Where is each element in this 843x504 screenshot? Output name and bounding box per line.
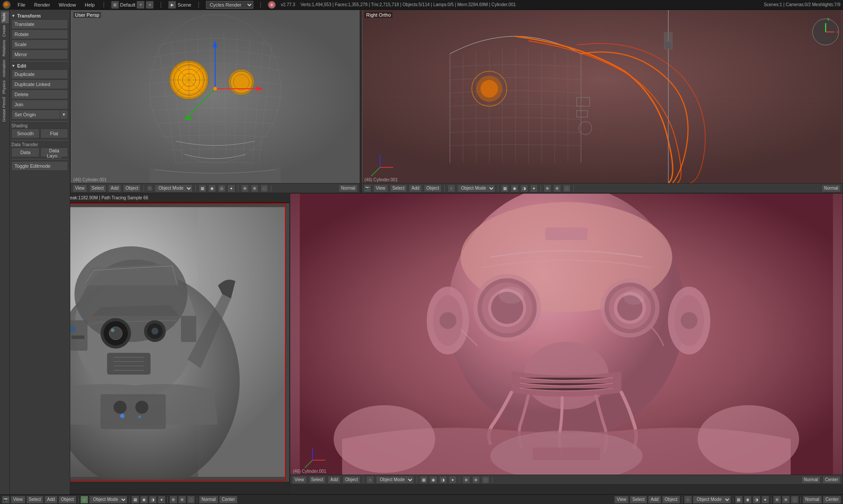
vp-tr-prop-icon[interactable]: ◌ xyxy=(563,184,571,192)
status-r-icon-2[interactable]: ◉ xyxy=(744,496,752,504)
vp-br-normal[interactable]: Normal xyxy=(801,476,821,484)
status-snap[interactable]: ⊗ xyxy=(178,496,186,504)
vp-br-view[interactable]: View xyxy=(292,476,307,484)
status-r-icon-3[interactable]: ◑ xyxy=(753,496,760,504)
status-r-mode-icon[interactable]: ○ xyxy=(684,496,692,504)
vp-br-object[interactable]: Object xyxy=(342,476,360,484)
tab-animation[interactable]: Animation xyxy=(1,58,9,79)
flat-button[interactable]: Flat xyxy=(40,129,68,138)
vp-tr-material-icon[interactable]: ◑ xyxy=(520,184,528,192)
viewport-solid-icon[interactable]: ◉ xyxy=(208,184,216,192)
status-r-icon-4[interactable]: ● xyxy=(761,496,769,504)
menu-render[interactable]: Render xyxy=(32,2,52,7)
viewport-shading-icon[interactable]: ▦ xyxy=(198,184,206,192)
status-prop-edit[interactable]: ◌ xyxy=(187,496,195,504)
duplicate-linked-button[interactable]: Duplicate Linked xyxy=(11,79,68,89)
menu-help[interactable]: Help xyxy=(83,2,97,7)
status-object[interactable]: Object xyxy=(58,496,76,504)
vp-tr-rendered-icon[interactable]: ● xyxy=(530,184,538,192)
vp-tr-object[interactable]: Object xyxy=(424,184,442,192)
vp-br-pivot[interactable]: ⊕ xyxy=(462,476,470,484)
data-layo-button[interactable]: Data Layo... xyxy=(40,148,68,157)
viewport-rendered-icon[interactable]: ● xyxy=(227,184,235,192)
status-r-add[interactable]: Add xyxy=(648,496,661,504)
status-r-view[interactable]: View xyxy=(614,496,629,504)
vp-tr-add[interactable]: Add xyxy=(409,184,422,192)
vp-tr-select[interactable]: Select xyxy=(390,184,407,192)
status-r-icon-1[interactable]: ▦ xyxy=(735,496,743,504)
vp-tr-cam-icon[interactable]: 📷 xyxy=(364,184,371,192)
translate-button[interactable]: Translate xyxy=(11,19,68,29)
status-add[interactable]: Add xyxy=(44,496,58,504)
vp-tl-select[interactable]: Select xyxy=(89,184,107,192)
vp-br-shade-2[interactable]: ◉ xyxy=(429,476,437,484)
vp-tr-view[interactable]: View xyxy=(373,184,388,192)
smooth-button[interactable]: Smooth xyxy=(11,129,40,138)
vp-br-center[interactable]: Center xyxy=(822,476,841,484)
data-button[interactable]: Data xyxy=(11,148,40,157)
status-r-mode-select[interactable]: Object Mode xyxy=(693,496,731,504)
vp-tr-pivot-icon[interactable]: ⊕ xyxy=(544,184,551,192)
vp-br-mode-icon[interactable]: ○ xyxy=(366,476,374,484)
layout-icon[interactable]: ⊞ xyxy=(111,1,119,9)
status-view[interactable]: View xyxy=(11,496,25,504)
viewport-right-ortho[interactable]: Right Ortho xyxy=(361,10,843,193)
scene-icon[interactable]: ▶ xyxy=(168,1,176,9)
edit-section-header[interactable]: ▼ Edit xyxy=(11,63,68,68)
vp-br-prop[interactable]: ◌ xyxy=(482,476,490,484)
status-cam-icon[interactable]: 📷 xyxy=(2,496,10,504)
status-r-snap[interactable]: ⊗ xyxy=(782,496,790,504)
snapping-icon[interactable]: ⊗ xyxy=(251,184,259,192)
rotate-button[interactable]: Rotate xyxy=(11,29,68,39)
vp-br-shade-4[interactable]: ● xyxy=(449,476,457,484)
status-icon-3[interactable]: ◑ xyxy=(149,496,157,504)
proportional-icon[interactable]: ◌ xyxy=(260,184,268,192)
join-button[interactable]: Join xyxy=(11,100,68,109)
status-r-object[interactable]: Object xyxy=(662,496,680,504)
status-pivot[interactable]: ⊕ xyxy=(169,496,177,504)
vp-tr-normal[interactable]: Normal xyxy=(821,184,841,192)
delete-button[interactable]: Delete xyxy=(11,90,68,99)
status-normal[interactable]: Normal xyxy=(199,496,218,504)
transform-section-header[interactable]: ▼ Transform xyxy=(11,13,68,18)
vp-br-shade-1[interactable]: ▦ xyxy=(420,476,428,484)
status-icon-4[interactable]: ● xyxy=(158,496,166,504)
scale-button[interactable]: Scale xyxy=(11,40,68,49)
tab-physics[interactable]: Physics xyxy=(1,79,9,95)
status-mode-icon[interactable]: ○ xyxy=(80,496,88,504)
menu-file[interactable]: File xyxy=(16,2,27,7)
render-engine-select[interactable]: Cycles Render Blender Render Blender Gam… xyxy=(206,1,253,9)
status-r-pivot[interactable]: ⊕ xyxy=(773,496,781,504)
tab-grease-pencil[interactable]: Grease Pencil xyxy=(1,96,9,123)
vp-br-mode-select[interactable]: Object Mode Edit Mode Sculpt Mode xyxy=(376,476,414,484)
menu-window[interactable]: Window xyxy=(57,2,78,7)
pivot-icon[interactable]: ⊕ xyxy=(241,184,249,192)
layout-add-icon[interactable]: + xyxy=(137,1,144,9)
viewport-wire-icon[interactable]: ◎ xyxy=(218,184,226,192)
duplicate-button[interactable]: Duplicate xyxy=(11,69,68,79)
tab-tools[interactable]: Tools xyxy=(1,11,9,23)
viewport-sculpt[interactable]: (46) Cylinder.001 View Select Add Object… xyxy=(290,193,843,485)
status-r-prop[interactable]: ◌ xyxy=(791,496,799,504)
object-mode-icon[interactable]: ○ xyxy=(147,185,153,191)
tab-create[interactable]: Create xyxy=(1,24,9,38)
mirror-button[interactable]: Mirror xyxy=(11,50,68,59)
vp-br-shade-3[interactable]: ◑ xyxy=(439,476,447,484)
toggle-editmode-button[interactable]: Toggle Editmode xyxy=(11,161,68,171)
vp-br-add[interactable]: Add xyxy=(328,476,341,484)
vp-tl-add[interactable]: Add xyxy=(108,184,121,192)
layout-remove-icon[interactable]: × xyxy=(146,1,154,9)
tab-relations[interactable]: Relations xyxy=(1,39,9,58)
status-r-center[interactable]: Center xyxy=(823,496,841,504)
vp-tl-view[interactable]: View xyxy=(72,184,87,192)
vp-br-select[interactable]: Select xyxy=(309,476,326,484)
vp-tl-normal[interactable]: Normal xyxy=(339,184,358,192)
status-icon-1[interactable]: ▦ xyxy=(131,496,139,504)
status-mode-select[interactable]: Object Mode xyxy=(89,496,127,504)
status-r-select[interactable]: Select xyxy=(630,496,647,504)
vp-tr-solid-icon[interactable]: ◉ xyxy=(511,184,519,192)
status-select[interactable]: Select xyxy=(26,496,44,504)
vp-tr-mode-icon[interactable]: ○ xyxy=(447,184,455,192)
vp-tr-shade-icon[interactable]: ▦ xyxy=(501,184,509,192)
vp-br-snap[interactable]: ⊗ xyxy=(472,476,480,484)
